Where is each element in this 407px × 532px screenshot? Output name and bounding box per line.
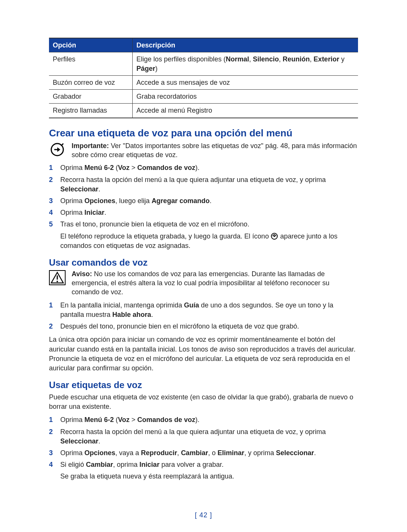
steps-create-voice-label: Oprima Menú 6-2 (Voz > Comandos de voz).… [49, 163, 358, 251]
steps-use-voice-commands: En la pantalla inicial, mantenga oprimid… [49, 301, 358, 332]
text-bold: Seleccionar [60, 185, 98, 193]
text: Recorra hasta la opción del menú a la qu… [60, 428, 326, 436]
page-number: [ 42 ] [0, 511, 407, 519]
text-bold: Seleccionar [60, 437, 98, 445]
text-bold: Exterior [314, 55, 339, 63]
list-item: Recorra hasta la opción del menú a la qu… [49, 175, 358, 194]
text-bold: Agregar comando [151, 197, 210, 205]
th-option: Opción [49, 38, 132, 52]
text: El teléfono reproduce la etiqueta grabad… [60, 232, 271, 240]
text: Si eligió [60, 461, 86, 468]
text: para volver a grabar. [159, 461, 223, 468]
text-bold: Silencio [253, 55, 279, 63]
text: ( [114, 416, 118, 423]
text-bold: Voz [118, 164, 130, 171]
text-bold: Normal [226, 55, 249, 63]
sub-paragraph: Se graba la etiqueta nueva y ésta reempl… [60, 472, 358, 481]
text: . [314, 449, 316, 457]
text: . [151, 311, 153, 318]
text: Oprima [60, 164, 84, 171]
text-bold: Eliminar [217, 449, 244, 457]
text-bold: Cambiar [181, 449, 208, 457]
text: ). [195, 416, 199, 423]
text: , [177, 449, 181, 457]
voice-tag-icon [271, 232, 278, 240]
sub-paragraph: El teléfono reproduce la etiqueta grabad… [60, 232, 358, 251]
table-row: Registro llamadas Accede al menú Registr… [49, 104, 358, 118]
text-bold: Reunión [283, 55, 310, 63]
list-item: Oprima Iniciar. [49, 208, 358, 217]
text-bold: Opciones [84, 197, 115, 205]
list-item: Si eligió Cambiar, oprima Iniciar para v… [49, 460, 358, 481]
text-bold: Menú 6-2 [84, 416, 114, 423]
steps-use-voice-labels: Oprima Menú 6-2 (Voz > Comandos de voz).… [49, 415, 358, 481]
list-item: Oprima Menú 6-2 (Voz > Comandos de voz). [49, 163, 358, 173]
important-note: Importante: Ver "Datos importantes sobre… [49, 141, 358, 160]
note-text: Importante: Ver "Datos importantes sobre… [72, 141, 358, 160]
cell-option: Perfiles [49, 52, 132, 76]
text: . [104, 209, 106, 216]
list-item: Después del tono, pronuncie bien en el m… [49, 322, 358, 331]
cell-option: Buzón correo de voz [49, 75, 132, 89]
note-body: Ver "Datos importantes sobre las etiquet… [72, 142, 357, 159]
text: > [130, 164, 138, 171]
text: , y oprima [244, 449, 276, 457]
heading-use-voice-commands: Usar comandos de voz [49, 257, 358, 268]
document-page: Opción Descripción Perfiles Elige los pe… [0, 0, 407, 532]
text-bold: Guía [184, 301, 199, 309]
text: ) [155, 65, 158, 72]
table-row: Grabador Graba recordatorios [49, 90, 358, 104]
cell-description: Graba recordatorios [132, 90, 358, 104]
text: ( [114, 164, 118, 171]
text: Elige los perfiles disponibles ( [136, 55, 226, 63]
text: En la pantalla inicial, mantenga oprimid… [60, 301, 184, 309]
text: , [279, 55, 283, 63]
text-bold: Voz [118, 416, 130, 423]
note-text: Aviso: No use los comandos de voz para l… [72, 269, 358, 297]
list-item: Tras el tono, pronuncie bien la etiqueta… [49, 220, 358, 251]
text: , [249, 55, 253, 63]
text-bold: Menú 6-2 [84, 164, 114, 171]
note-lead: Importante: [72, 142, 109, 150]
table-row: Buzón correo de voz Accede a sus mensaje… [49, 75, 358, 89]
paragraph: Puede escuchar una etiqueta de voz exist… [49, 393, 358, 411]
text: , oprima [113, 461, 139, 468]
table-row: Perfiles Elige los perfiles disponibles … [49, 52, 358, 76]
text: , o [208, 449, 217, 457]
text: . [98, 437, 100, 445]
list-item: En la pantalla inicial, mantenga oprimid… [49, 301, 358, 320]
cell-description: Elige los perfiles disponibles (Normal, … [132, 52, 358, 76]
options-table: Opción Descripción Perfiles Elige los pe… [49, 38, 358, 118]
cell-description: Accede a sus mensajes de voz [132, 75, 358, 89]
heading-use-voice-labels: Usar etiquetas de voz [49, 380, 358, 390]
text: Tras el tono, pronuncie bien la etiqueta… [60, 220, 249, 228]
warning-note: Aviso: No use los comandos de voz para l… [49, 269, 358, 297]
cell-option: Grabador [49, 90, 132, 104]
th-description: Descripción [132, 38, 358, 52]
important-arrow-icon [49, 141, 66, 157]
list-item: Oprima Menú 6-2 (Voz > Comandos de voz). [49, 415, 358, 425]
note-lead: Aviso: [72, 270, 92, 278]
text: > [130, 416, 138, 423]
text: . [210, 197, 211, 205]
text: Recorra hasta la opción del menú a la qu… [60, 176, 326, 183]
text-bold: Comandos de voz [137, 164, 195, 171]
table-header-row: Opción Descripción [49, 38, 358, 52]
text-bold: Iniciar [84, 209, 104, 216]
text: . [98, 185, 100, 193]
text: , luego elija [115, 197, 151, 205]
list-item: Oprima Opciones, vaya a Reproducir, Camb… [49, 448, 358, 458]
text: ). [195, 164, 199, 171]
text: Oprima [60, 416, 84, 423]
paragraph: La única otra opción para iniciar un com… [49, 335, 358, 373]
heading-create-voice-label: Crear una etiqueta de voz para una opció… [49, 127, 358, 139]
svg-point-7 [57, 281, 58, 282]
text-bold: Reproducir [141, 449, 177, 457]
text-bold: Seleccionar [276, 449, 314, 457]
list-item: Oprima Opciones, luego elija Agregar com… [49, 196, 358, 206]
text-bold: Iniciar [139, 461, 159, 468]
text-bold: Opciones [84, 449, 115, 457]
warning-icon [49, 269, 66, 285]
text-bold: Cambiar [86, 461, 113, 468]
text: Oprima [60, 449, 84, 457]
